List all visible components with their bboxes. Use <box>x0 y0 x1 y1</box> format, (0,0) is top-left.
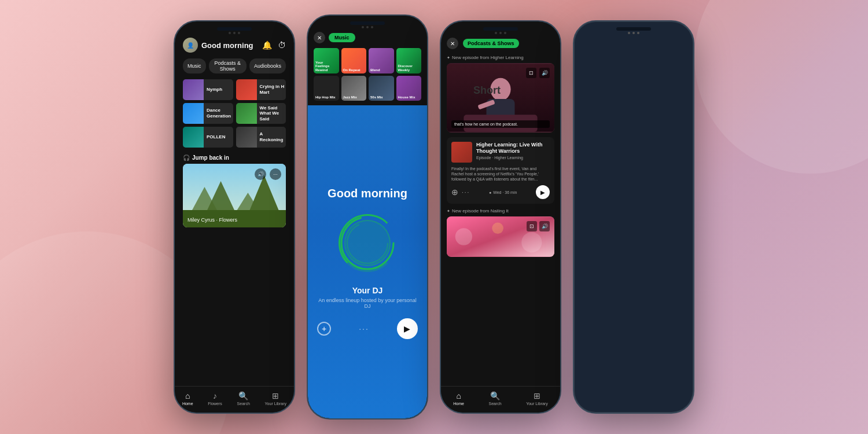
episode-caption: that's how he came on the podcast. <box>451 120 550 128</box>
episode-meta: Episode · Higher Learning <box>476 156 550 160</box>
ni-tv-icon[interactable]: ⊡ <box>527 221 537 231</box>
bottom-nav-3: ⌂ Home 🔍 Search ⊞ Your Library <box>441 386 560 413</box>
nailing-it-card[interactable]: ⊡ 🔊 <box>447 216 554 257</box>
close-icon: ✕ <box>317 35 322 41</box>
phone-1: 👤 Good morning 🔔 ⏱ Music Podcasts & Show… <box>174 20 295 414</box>
dj-more-button[interactable]: ··· <box>359 324 369 333</box>
phone-2-top: ✕ Music Your Feelings Rewind On Repeat <box>308 16 427 105</box>
filter-podcasts[interactable]: Podcasts & Shows <box>209 58 247 73</box>
bottom-nav: ⌂ Home ♪ Flowers 🔍 Search ⊞ Your Library <box>175 386 294 413</box>
mini-card-7[interactable]: 50s Mix <box>369 76 394 101</box>
phone-2-notch <box>362 26 373 28</box>
mini-card-label: House Mix <box>398 95 420 100</box>
mini-card-6[interactable]: Jazz Mix <box>341 76 367 101</box>
svg-point-14 <box>455 229 472 245</box>
list-item[interactable]: A Reckoning <box>236 127 286 148</box>
phone-3: ✕ Podcasts & Shows New episode from High… <box>440 20 561 414</box>
phone-2-header: ✕ Music <box>314 32 421 43</box>
playlist-grid: Nymph Crying in H Mart Dance Generation … <box>181 79 288 148</box>
phone-4: ♡ 340K 🔊 ↑ ··· SANG... SHOOTING STAR <box>573 20 694 414</box>
list-item[interactable]: Crying in H Mart <box>236 79 286 100</box>
phone-2: ✕ Music Your Feelings Rewind On Repeat <box>307 14 428 420</box>
nav-search[interactable]: 🔍 Search <box>237 391 250 406</box>
mini-card-5[interactable]: Hip Hop Mix <box>314 76 339 101</box>
mini-card-8[interactable]: House Mix <box>396 76 422 101</box>
episode-icons: ⊡ 🔊 <box>526 68 550 78</box>
list-item[interactable]: POLLEN <box>183 127 233 148</box>
mini-card-label: 50s Mix <box>370 95 392 100</box>
dj-card[interactable]: Good morning Your DJ An endless lineup h… <box>308 105 427 418</box>
list-item[interactable]: Nymph <box>183 79 233 100</box>
np-track-info: Miley Cyrus · Flowers <box>187 217 281 223</box>
episode-video-card[interactable]: that's how he came on the podcast. ⊡ 🔊 <box>447 63 554 133</box>
search-icon-3: 🔍 <box>490 391 500 400</box>
mini-card-2[interactable]: On Repeat <box>341 48 367 73</box>
episode-info-card: Higher Learning: Live With Thought Warri… <box>447 137 554 204</box>
tv-icon[interactable]: ⊡ <box>526 68 536 78</box>
mini-card-4[interactable]: Discover Weekly <box>396 48 422 73</box>
mini-card-label: Blend <box>370 68 392 72</box>
mini-card-label: Hip Hop Mix <box>315 95 337 100</box>
episode-thumbnail <box>451 142 472 163</box>
episode-add-button[interactable]: ⊕ <box>451 187 458 197</box>
library-icon: ⊞ <box>272 391 279 400</box>
ni-sound-icon[interactable]: 🔊 <box>539 221 550 231</box>
sound-icon[interactable]: 🔊 <box>539 68 550 78</box>
svg-point-15 <box>492 223 503 234</box>
close-icon-3: ✕ <box>450 41 455 47</box>
dj-add-button[interactable]: + <box>317 322 331 336</box>
music-icon: ♪ <box>213 391 217 400</box>
nav-library[interactable]: ⊞ Your Library <box>265 391 287 406</box>
close-button-3[interactable]: ✕ <box>447 38 458 49</box>
episode-more-button[interactable]: ··· <box>462 189 470 196</box>
phone-3-screen: ✕ Podcasts & Shows New episode from High… <box>441 21 560 413</box>
episode-play-button[interactable]: ▶ <box>536 185 550 199</box>
episode-date: Wed · 36 min <box>493 190 517 194</box>
history-icon[interactable]: ⏱ <box>278 41 286 50</box>
nav-library-label: Your Library <box>265 402 287 406</box>
list-item[interactable]: We Said What We Said <box>236 103 286 124</box>
list-item[interactable]: Dance Generation <box>183 103 233 124</box>
svg-point-16 <box>521 232 542 252</box>
nav-flowers[interactable]: ♪ Flowers <box>208 391 222 406</box>
svg-point-7 <box>347 223 388 263</box>
dj-title: Your DJ <box>352 286 383 295</box>
filter-music[interactable]: Music <box>183 58 206 73</box>
nav-home-label-3: Home <box>453 402 464 406</box>
notification-icon[interactable]: 🔔 <box>262 41 272 50</box>
filter-audiobooks[interactable]: Audiobooks <box>249 58 286 73</box>
mini-card-1[interactable]: Your Feelings Rewind <box>314 48 339 73</box>
more-options-icon[interactable]: ··· <box>270 168 281 180</box>
nav-library-3[interactable]: ⊞ Your Library <box>526 391 548 406</box>
dj-orb <box>339 214 396 272</box>
phone-2-content: ✕ Music Your Feelings Rewind On Repeat <box>308 16 427 418</box>
mini-card-3[interactable]: Blend <box>369 48 394 73</box>
podcasts-badge[interactable]: Podcasts & Shows <box>463 39 519 48</box>
search-icon: 🔍 <box>238 391 248 400</box>
episode-time: ● Wed · 36 min <box>489 190 517 194</box>
nav-home[interactable]: ⌂ Home <box>182 391 193 406</box>
music-filter-badge[interactable]: Music <box>329 33 355 42</box>
nav-search-label-3: Search <box>488 402 501 406</box>
new-episode-label-1: New episode from Higher Learning <box>441 55 560 63</box>
short-label: Short <box>473 84 501 97</box>
dj-play-button[interactable]: ▶ <box>397 318 418 339</box>
jump-back-label: Jump back in <box>181 152 288 164</box>
volume-icon[interactable]: 🔊 <box>255 168 266 180</box>
now-playing-card[interactable]: 🔊 ··· Miley Cyrus · Flowers <box>183 164 286 227</box>
episode-text: Higher Learning: Live With Thought Warri… <box>476 142 550 163</box>
nav-search-3[interactable]: 🔍 Search <box>488 391 501 406</box>
nav-search-label: Search <box>237 402 250 406</box>
nav-home-label: Home <box>182 402 193 406</box>
nav-home-3[interactable]: ⌂ Home <box>453 391 464 406</box>
episode-row: Higher Learning: Live With Thought Warri… <box>451 142 550 163</box>
phone-1-header: 👤 Good morning 🔔 ⏱ <box>181 38 288 53</box>
nailing-it-icons: ⊡ 🔊 <box>527 221 550 231</box>
avatar[interactable]: 👤 <box>183 38 198 53</box>
dj-subtitle: An endless lineup hosted by your persona… <box>317 297 418 309</box>
close-button[interactable]: ✕ <box>314 32 325 43</box>
header-icons: 🔔 ⏱ <box>262 41 286 50</box>
np-controls: 🔊 ··· <box>255 168 281 180</box>
mini-card-label: Jazz Mix <box>343 95 365 100</box>
mini-playlist-grid: Your Feelings Rewind On Repeat Blend Dis… <box>314 48 421 101</box>
